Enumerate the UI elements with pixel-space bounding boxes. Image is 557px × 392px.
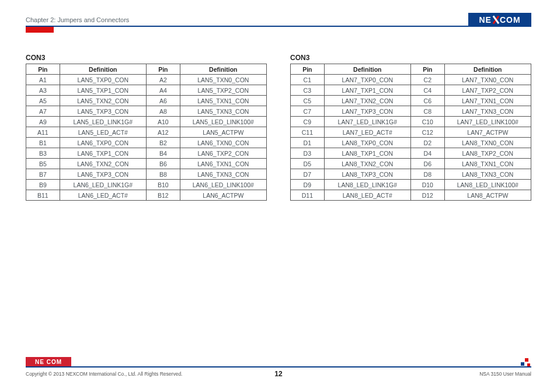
pin-cell: A9	[26, 117, 60, 127]
definition-cell: LAN5_TXP3_CON	[60, 106, 146, 117]
pin-cell: D3	[291, 148, 325, 159]
right-table: Pin Definition Pin Definition C1LAN7_TXP…	[290, 64, 531, 201]
footer-rule	[26, 366, 531, 368]
definition-cell: LAN6_TXP3_CON	[60, 169, 146, 180]
table-row: B5LAN6_TXN2_CONB6LAN6_TXN1_CON	[26, 159, 267, 169]
definition-cell: LAN7_TXP3_CON	[324, 106, 410, 117]
definition-cell: LAN5_LED_LINK1G#	[60, 117, 146, 127]
definition-cell: LAN7_TXN1_CON	[444, 96, 531, 106]
pin-cell: A5	[26, 96, 60, 106]
definition-cell: LAN6_TXN1_CON	[180, 159, 266, 169]
pin-cell: A1	[26, 75, 60, 85]
definition-cell: LAN5_TXP1_CON	[60, 85, 146, 96]
left-column: CON3 Pin Definition Pin Definition A1LAN…	[26, 54, 267, 201]
pin-cell: A2	[146, 75, 180, 85]
pin-cell: B12	[146, 190, 180, 201]
definition-cell: LAN8_LED_LINK1G#	[324, 180, 410, 190]
pin-cell: A10	[146, 117, 180, 127]
right-table-title: CON3	[290, 54, 531, 62]
definition-cell: LAN5_TXN3_CON	[180, 106, 266, 117]
pin-cell: D8	[410, 169, 444, 180]
table-row: B7LAN6_TXP3_CONB8LAN6_TXN3_CON	[26, 169, 267, 180]
definition-cell: LAN5_TXN2_CON	[60, 96, 146, 106]
table-row: C11LAN7_LED_ACT#C12LAN7_ACTPW	[291, 127, 531, 138]
table-row: C7LAN7_TXP3_CONC8LAN7_TXN3_CON	[291, 106, 531, 117]
pin-cell: B5	[26, 159, 60, 169]
pin-cell: D9	[291, 180, 325, 190]
definition-cell: LAN8_TXP2_CON	[444, 148, 531, 159]
definition-cell: LAN7_TXN2_CON	[324, 96, 410, 106]
definition-cell: LAN8_LED_ACT#	[324, 190, 410, 201]
table-header-row: Pin Definition Pin Definition	[291, 64, 531, 75]
pin-cell: A6	[146, 96, 180, 106]
table-row: C3LAN7_TXP1_CONC4LAN7_TXP2_CON	[291, 85, 531, 96]
table-row: A7LAN5_TXP3_CONA8LAN5_TXN3_CON	[26, 106, 267, 117]
definition-cell: LAN6_TXN0_CON	[180, 138, 266, 148]
definition-cell: LAN5_LED_ACT#	[60, 127, 146, 138]
definition-cell: LAN6_TXN3_CON	[180, 169, 266, 180]
definition-cell: LAN7_TXN3_CON	[444, 106, 531, 117]
table-row: C9LAN7_LED_LINK1G#C10LAN7_LED_LINK100#	[291, 117, 531, 127]
definition-cell: LAN8_ACTPW	[444, 190, 531, 201]
pin-cell: C8	[410, 106, 444, 117]
page-number: 12	[0, 370, 557, 378]
pin-cell: C11	[291, 127, 325, 138]
pin-cell: C5	[291, 96, 325, 106]
definition-cell: LAN8_TXN1_CON	[444, 159, 531, 169]
table-row: A1LAN5_TXP0_CONA2LAN5_TXN0_CON	[26, 75, 267, 85]
pin-cell: B7	[26, 169, 60, 180]
th-pin: Pin	[291, 64, 325, 75]
footer-pixel-icon	[521, 358, 531, 366]
header-rule	[26, 26, 531, 27]
right-column: CON3 Pin Definition Pin Definition C1LAN…	[290, 54, 531, 201]
th-def2: Definition	[180, 64, 266, 75]
definition-cell: LAN8_TXN3_CON	[444, 169, 531, 180]
th-pin: Pin	[26, 64, 60, 75]
definition-cell: LAN6_TXP0_CON	[60, 138, 146, 148]
definition-cell: LAN8_LED_LINK100#	[444, 180, 531, 190]
definition-cell: LAN6_TXP1_CON	[60, 148, 146, 159]
logo-text-pre: NE	[479, 15, 491, 24]
definition-cell: LAN6_LED_LINK1G#	[60, 180, 146, 190]
pin-cell: D4	[410, 148, 444, 159]
definition-cell: LAN6_TXP2_CON	[180, 148, 266, 159]
pin-cell: C9	[291, 117, 325, 127]
pin-cell: A8	[146, 106, 180, 117]
pin-cell: C3	[291, 85, 325, 96]
definition-cell: LAN7_LED_ACT#	[324, 127, 410, 138]
definition-cell: LAN5_TXP0_CON	[60, 75, 146, 85]
definition-cell: LAN6_LED_ACT#	[60, 190, 146, 201]
table-row: B9LAN6_LED_LINK1G#B10LAN6_LED_LINK100#	[26, 180, 267, 190]
pin-cell: C1	[291, 75, 325, 85]
table-header-row: Pin Definition Pin Definition	[26, 64, 267, 75]
table-row: A9LAN5_LED_LINK1G#A10LAN5_LED_LINK100#	[26, 117, 267, 127]
pin-cell: A11	[26, 127, 60, 138]
logo-text-post: COM	[500, 15, 521, 24]
table-row: B11LAN6_LED_ACT#B12LAN6_ACTPW	[26, 190, 267, 201]
table-row: A11LAN5_LED_ACT#A12LAN5_ACTPW	[26, 127, 267, 138]
content: CON3 Pin Definition Pin Definition A1LAN…	[26, 54, 531, 201]
table-row: D7LAN8_TXP3_COND8LAN8_TXN3_CON	[291, 169, 531, 180]
table-row: B1LAN6_TXP0_CONB2LAN6_TXN0_CON	[26, 138, 267, 148]
definition-cell: LAN8_TXN2_CON	[324, 159, 410, 169]
pin-cell: B2	[146, 138, 180, 148]
table-row: D9LAN8_LED_LINK1G#D10LAN8_LED_LINK100#	[291, 180, 531, 190]
header: Chapter 2: Jumpers and Connectors NE COM	[26, 13, 531, 27]
definition-cell: LAN5_TXP2_CON	[180, 85, 266, 96]
table-row: D5LAN8_TXN2_COND6LAN8_TXN1_CON	[291, 159, 531, 169]
pin-cell: D6	[410, 159, 444, 169]
pin-cell: D10	[410, 180, 444, 190]
definition-cell: LAN5_ACTPW	[180, 127, 266, 138]
definition-cell: LAN7_LED_LINK100#	[444, 117, 531, 127]
definition-cell: LAN7_TXN0_CON	[444, 75, 531, 85]
pin-cell: C6	[410, 96, 444, 106]
logo-x-icon	[492, 16, 500, 24]
table-row: D3LAN8_TXP1_COND4LAN8_TXP2_CON	[291, 148, 531, 159]
table-row: B3LAN6_TXP1_CONB4LAN6_TXP2_CON	[26, 148, 267, 159]
definition-cell: LAN7_LED_LINK1G#	[324, 117, 410, 127]
pin-cell: B6	[146, 159, 180, 169]
header-red-block	[26, 27, 54, 33]
pin-cell: A12	[146, 127, 180, 138]
page: Chapter 2: Jumpers and Connectors NE COM…	[0, 0, 557, 392]
definition-cell: LAN8_TXP0_CON	[324, 138, 410, 148]
